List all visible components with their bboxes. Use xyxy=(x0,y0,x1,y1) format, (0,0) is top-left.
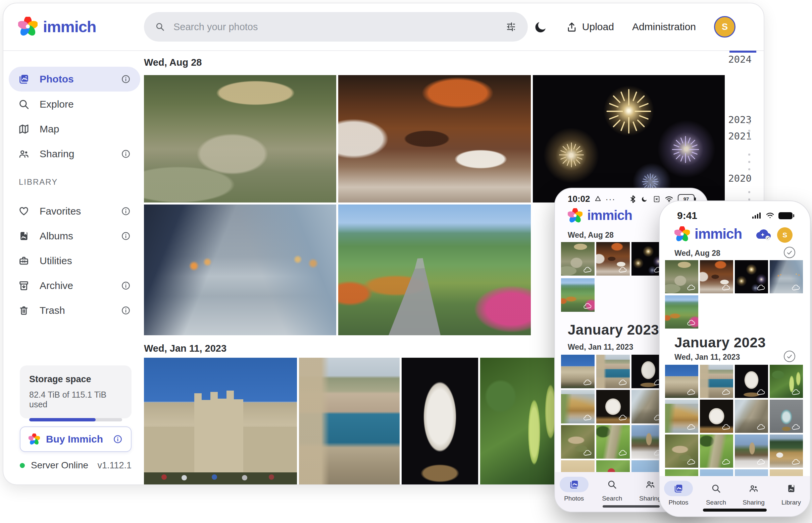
phone1-nav-photos: Photos xyxy=(555,477,593,502)
more-notifications-dots: ··· xyxy=(606,195,616,204)
thumb-rock-sculpture xyxy=(700,400,733,433)
select-all-check-icon xyxy=(784,351,795,362)
scrubber-year-2020[interactable]: 2020 xyxy=(728,173,751,184)
scrubber-tick xyxy=(748,122,750,124)
info-icon[interactable] xyxy=(121,206,131,216)
info-icon[interactable] xyxy=(113,434,123,444)
home-indicator xyxy=(603,505,660,508)
map-icon xyxy=(18,123,30,135)
search-input[interactable]: Search your photos xyxy=(144,12,528,41)
info-icon[interactable] xyxy=(121,305,131,315)
info-icon[interactable] xyxy=(121,281,131,291)
upload-label: Upload xyxy=(582,21,614,33)
sidebar-item-utilities[interactable]: Utilities xyxy=(9,249,140,273)
sharing-people-icon xyxy=(18,148,30,160)
sidebar-item-map[interactable]: Map xyxy=(9,117,140,142)
user-avatar[interactable]: S xyxy=(714,16,736,38)
wifi-icon xyxy=(766,212,774,219)
thumb-lizard-log xyxy=(665,434,698,468)
scrubber-year-2024[interactable]: 2024 xyxy=(728,54,751,65)
trash-icon xyxy=(18,305,30,316)
phone1-month-header: January 2023 xyxy=(568,322,659,338)
immich-flower-icon xyxy=(18,17,38,36)
photo-autumn-dinner-table[interactable] xyxy=(338,75,531,202)
scrubber-tick xyxy=(748,154,750,156)
sidebar-item-archive[interactable]: Archive xyxy=(9,273,140,298)
phone2-month-header: January 2023 xyxy=(674,335,766,351)
brand-wordmark: immich xyxy=(43,17,96,36)
thumb-holding-hands xyxy=(770,260,803,293)
phone2-nav-photos: Photos xyxy=(660,481,697,506)
bluetooth-icon xyxy=(629,195,636,203)
storage-progress-track xyxy=(29,418,122,421)
info-icon[interactable] xyxy=(121,149,131,159)
wifi-icon xyxy=(665,196,673,202)
battery-icon xyxy=(778,212,793,219)
thumb-fireworks xyxy=(735,260,768,293)
photo-zoo-monkeys[interactable] xyxy=(144,75,336,202)
thumb-autumn-road xyxy=(665,295,698,328)
administration-link[interactable]: Administration xyxy=(632,21,696,33)
sidebar-item-explore[interactable]: Explore xyxy=(9,92,140,117)
thumb-fortress xyxy=(561,355,594,388)
buy-immich-button[interactable]: Buy Immich xyxy=(20,427,132,452)
search-icon xyxy=(155,22,165,32)
phone1-date-header-jan11: Wed, Jan 11, 2023 xyxy=(568,343,633,352)
sidebar-item-photos[interactable]: Photos xyxy=(9,67,140,92)
date-group-header-jan11: Wed, Jan 11, 2023 xyxy=(144,343,226,354)
photo-coastal-town[interactable] xyxy=(299,358,400,485)
info-icon[interactable] xyxy=(121,231,131,241)
phone2-nav-library: Library xyxy=(773,481,810,506)
phone2-date-header-aug28: Wed, Aug 28 xyxy=(674,249,720,258)
photo-autumn-park-road[interactable] xyxy=(338,204,531,335)
storage-title: Storage space xyxy=(29,374,122,384)
sidebar-item-sharing[interactable]: Sharing xyxy=(9,142,140,166)
thumb-silver-ornament xyxy=(770,400,803,433)
thumb-beach-cliff xyxy=(561,390,594,423)
photo-fortress-walls[interactable] xyxy=(144,358,297,485)
info-icon[interactable] xyxy=(121,74,131,84)
thumb-fortress xyxy=(665,365,698,398)
backup-cloud-icon xyxy=(754,227,771,240)
thumb-marble-bust xyxy=(735,365,768,398)
sidebar-item-albums[interactable]: Albums xyxy=(9,223,140,249)
server-status-row: Server Online v1.112.1 xyxy=(20,460,132,471)
thumb-autumn-dinner xyxy=(596,242,630,275)
thumb-autumn-road xyxy=(561,278,594,312)
storage-usage: 82.4 TiB of 115.1 TiB used xyxy=(29,390,122,409)
notification-shield-icon xyxy=(594,196,602,203)
scrubber-tick xyxy=(748,191,750,193)
dark-mode-moon-icon[interactable] xyxy=(534,20,548,34)
thumb-snow-church xyxy=(735,434,768,468)
photo-holding-hands[interactable] xyxy=(144,204,336,335)
date-group-header-aug28: Wed, Aug 28 xyxy=(144,57,202,68)
scrubber-tick xyxy=(748,168,750,170)
upload-button[interactable]: Upload xyxy=(566,21,614,33)
phone2-nav-sharing: Sharing xyxy=(735,481,773,506)
sim-missing-icon xyxy=(653,196,660,203)
home-indicator xyxy=(703,509,767,511)
explore-search-icon xyxy=(18,98,30,110)
thumb-lizard-moss xyxy=(596,425,630,458)
cellular-bars-icon xyxy=(752,212,762,219)
do-not-disturb-moon-icon xyxy=(641,196,648,203)
toolbox-icon xyxy=(18,255,30,267)
scrubber-year-2021[interactable]: 2021 xyxy=(728,130,751,142)
sidebar-item-trash[interactable]: Trash xyxy=(9,298,140,323)
search-filter-icon[interactable] xyxy=(506,21,516,32)
photo-green-berries[interactable] xyxy=(480,358,562,485)
phone2-user-avatar: S xyxy=(777,227,793,243)
thumb-zoo-monkeys xyxy=(561,242,594,275)
thumb-beach-cliff xyxy=(665,400,698,433)
thumb-ruins-wall xyxy=(735,400,768,433)
photo-marble-bust[interactable] xyxy=(402,358,478,485)
header-divider xyxy=(3,50,764,51)
phone1-clock: 10:02 xyxy=(568,194,590,204)
app-logo: immich xyxy=(18,17,96,36)
server-status-label: Server Online xyxy=(31,460,91,471)
select-all-check-icon xyxy=(784,247,795,258)
scrubber-position-indicator[interactable] xyxy=(729,51,756,53)
server-online-dot xyxy=(20,463,25,468)
sidebar-item-favorites[interactable]: Favorites xyxy=(9,199,140,223)
photo-fireworks[interactable] xyxy=(533,75,725,202)
